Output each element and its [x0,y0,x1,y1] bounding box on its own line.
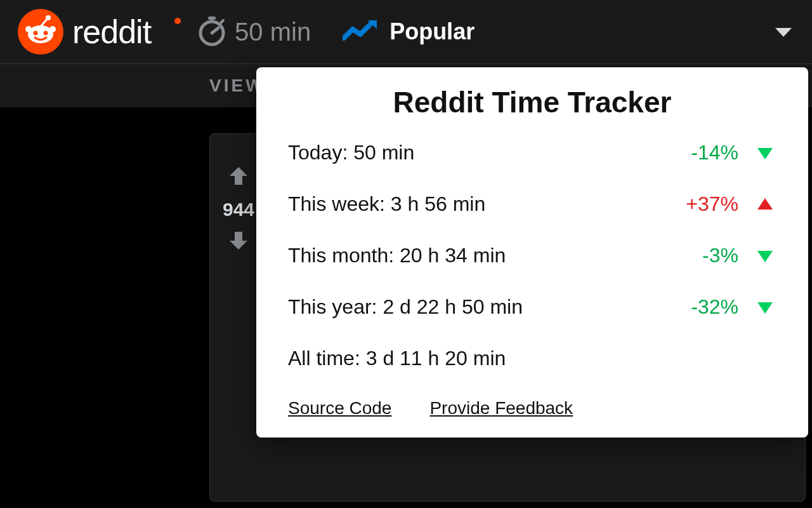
stat-row-today: Today: 50 min -14% [288,141,776,164]
time-tracker-label: 50 min [235,18,311,46]
svg-marker-15 [230,232,247,250]
svg-point-6 [44,31,48,36]
svg-line-11 [212,28,218,33]
stat-pct: +37% [686,192,738,216]
svg-marker-14 [230,167,247,185]
arrow-down-icon [754,297,776,318]
svg-point-4 [49,26,56,32]
nav-dropdown[interactable]: Popular [343,18,475,46]
trending-icon [343,18,378,46]
header: reddit 50 min Popular [0,0,812,64]
arrow-down-icon [754,143,776,163]
stat-label: This month: 20 h 34 min [288,244,506,267]
stopwatch-icon [195,14,228,50]
stat-row-year: This year: 2 d 22 h 50 min -32% [288,295,776,319]
stat-label: Today: 50 min [288,141,414,164]
stat-label: This week: 3 h 56 min [288,192,485,216]
downvote-icon[interactable] [227,229,250,255]
svg-marker-17 [757,198,773,210]
svg-line-10 [221,20,223,23]
stat-row-week: This week: 3 h 56 min +37% [288,192,776,216]
reddit-wordmark: reddit [72,13,151,51]
reddit-snoo-icon [18,9,63,55]
stat-label: All time: 3 d 11 h 20 min [288,347,506,370]
stat-pct: -32% [691,295,738,319]
reddit-logo[interactable]: reddit [18,9,151,55]
time-tracker-popup: Reddit Time Tracker Today: 50 min -14% T… [256,67,808,438]
stat-row-month: This month: 20 h 34 min -3% [288,244,776,267]
chevron-down-icon[interactable] [775,28,792,41]
svg-marker-18 [757,251,773,262]
popup-title: Reddit Time Tracker [288,85,776,119]
svg-point-3 [25,26,32,32]
stat-pct: -14% [691,141,738,164]
svg-rect-8 [208,17,216,20]
popup-links: Source Code Provide Feedback [288,398,776,418]
source-code-link[interactable]: Source Code [288,398,391,418]
time-tracker-button[interactable]: 50 min [195,14,311,50]
stat-row-alltime: All time: 3 d 11 h 20 min [288,347,776,370]
arrow-down-icon [754,246,776,266]
stat-label: This year: 2 d 22 h 50 min [288,295,523,319]
stat-pct: -3% [702,244,738,267]
svg-marker-19 [757,302,773,314]
feedback-link[interactable]: Provide Feedback [429,398,573,418]
arrow-up-icon [754,194,776,215]
upvote-icon[interactable] [227,164,250,190]
svg-marker-13 [775,28,792,37]
svg-marker-16 [757,148,773,159]
svg-point-5 [34,31,38,36]
svg-point-1 [46,15,51,20]
nav-dropdown-label: Popular [390,18,475,45]
vote-score: 944 [223,199,254,220]
